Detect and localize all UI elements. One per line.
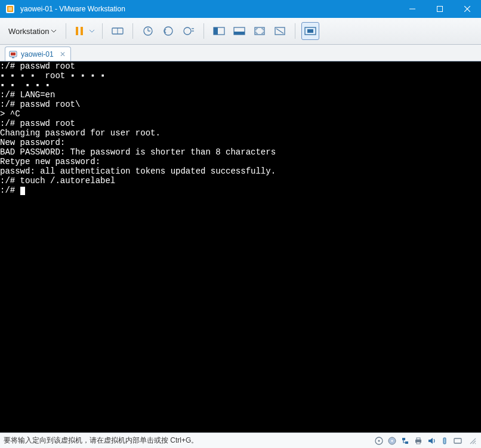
svg-rect-35 (405, 441, 408, 444)
chevron-down-icon (51, 30, 56, 33)
status-message: 要将输入定向到该虚拟机，请在虚拟机内部单击或按 Ctrl+G。 (4, 435, 374, 446)
clock-back-icon (163, 26, 174, 36)
manage-snapshot-button[interactable] (180, 22, 198, 40)
svg-rect-39 (443, 438, 446, 444)
cd-icon[interactable] (387, 435, 397, 446)
svg-rect-38 (417, 442, 420, 444)
usb-icon[interactable] (439, 435, 450, 446)
svg-point-15 (184, 27, 191, 35)
window-title: yaowei-01 - VMware Workstation (20, 5, 125, 13)
svg-point-14 (164, 27, 172, 35)
printer-icon[interactable] (413, 435, 424, 446)
svg-rect-29 (12, 57, 14, 58)
svg-line-24 (276, 29, 283, 33)
workstation-menu[interactable]: Workstation (5, 24, 60, 38)
separator (66, 23, 66, 39)
disk-icon[interactable] (374, 435, 384, 446)
svg-rect-19 (214, 27, 218, 35)
statusbar: 要将输入定向到该虚拟机，请在虚拟机内部单击或按 Ctrl+G。 (0, 432, 481, 448)
svg-rect-7 (76, 27, 78, 35)
svg-rect-2 (8, 7, 12, 11)
svg-rect-28 (11, 52, 16, 55)
fullscreen-icon (254, 27, 265, 35)
terminal-container: :/# passwd root ▪ ▪ ▪ ▪ root ▪ ▪ ▪ ▪ ▪ ▪… (0, 61, 481, 432)
maximize-button[interactable] (426, 0, 454, 18)
status-icons (374, 435, 477, 446)
fullscreen-button[interactable] (251, 22, 269, 40)
app-icon (5, 4, 16, 14)
svg-rect-4 (437, 7, 443, 12)
unity-icon (275, 27, 285, 35)
send-ctrl-alt-del-button[interactable] (109, 22, 127, 40)
separator (132, 23, 133, 39)
resize-grip[interactable] (468, 436, 477, 446)
svg-point-33 (391, 440, 393, 441)
tab-bar: yaowei-01 ✕ (0, 45, 481, 61)
unity-button[interactable] (271, 22, 289, 40)
revert-snapshot-button[interactable] (159, 22, 177, 40)
close-tab-icon[interactable]: ✕ (60, 50, 66, 58)
svg-rect-34 (402, 438, 405, 440)
tab-vm[interactable]: yaowei-01 ✕ (5, 47, 71, 61)
toolbar: Workstation (0, 18, 481, 45)
pause-button[interactable] (72, 23, 87, 39)
svg-rect-37 (417, 438, 420, 440)
snapshot-button[interactable] (139, 22, 157, 40)
separator (204, 23, 204, 39)
clock-list-icon (183, 26, 194, 36)
svg-rect-21 (234, 32, 245, 35)
clock-icon (143, 26, 153, 36)
separator (102, 23, 103, 39)
separator (295, 23, 295, 39)
menu-label: Workstation (8, 27, 49, 36)
svg-point-31 (378, 440, 380, 441)
sound-icon[interactable] (426, 435, 437, 446)
vm-icon (9, 50, 17, 58)
network-icon[interactable] (400, 435, 411, 446)
tab-label: yaowei-01 (21, 50, 54, 58)
svg-rect-26 (307, 29, 313, 33)
stretch-guest-button[interactable] (301, 22, 319, 40)
bottom-panel-icon (233, 27, 245, 35)
minimize-button[interactable] (399, 0, 426, 18)
show-thumbnail-button[interactable] (230, 22, 248, 40)
keyboard-icon (112, 26, 124, 36)
power-dropdown[interactable] (88, 22, 96, 40)
side-panel-icon (213, 27, 225, 35)
message-icon[interactable] (452, 435, 463, 446)
close-button[interactable] (454, 0, 481, 18)
terminal[interactable]: :/# passwd root ▪ ▪ ▪ ▪ root ▪ ▪ ▪ ▪ ▪ ▪… (0, 61, 481, 432)
chevron-down-icon (90, 30, 94, 33)
window-controls (399, 0, 481, 18)
stretch-icon (304, 27, 316, 35)
titlebar: yaowei-01 - VMware Workstation (0, 0, 481, 18)
svg-rect-8 (81, 27, 83, 35)
show-console-button[interactable] (210, 22, 228, 40)
svg-rect-40 (454, 438, 461, 443)
